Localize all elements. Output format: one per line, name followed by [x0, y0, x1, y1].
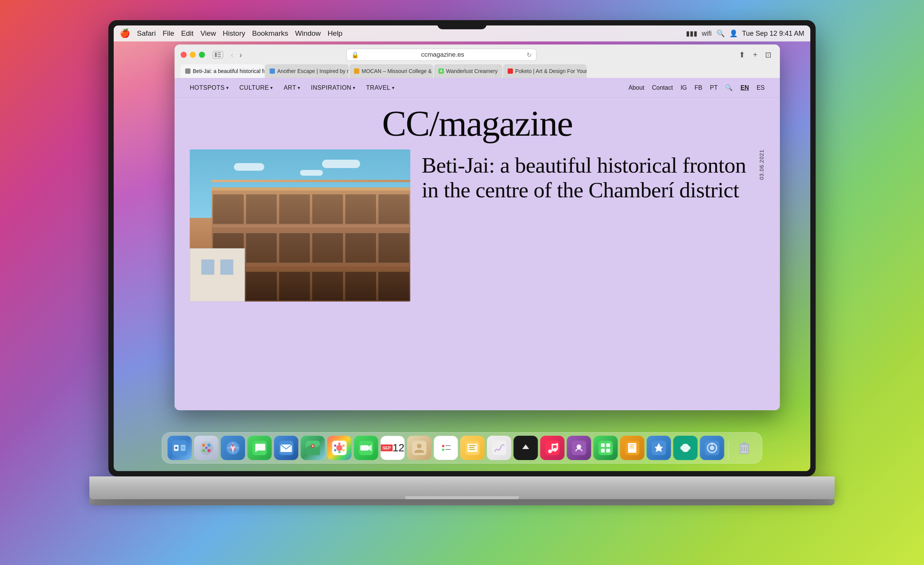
dock-messages[interactable]: [248, 436, 272, 460]
svg-rect-78: [743, 442, 746, 444]
svg-rect-47: [469, 445, 476, 446]
nav-art[interactable]: ART ▾: [284, 84, 300, 91]
nav-lang-es[interactable]: ES: [757, 84, 765, 91]
svg-point-7: [175, 447, 178, 449]
screen-bezel: 🍎 Safari File Edit View History Bookmark…: [108, 20, 816, 476]
dock-finder[interactable]: [168, 436, 192, 460]
nav-about[interactable]: About: [629, 84, 645, 91]
dock-facetime[interactable]: [354, 436, 378, 460]
forward-button[interactable]: ›: [237, 50, 244, 60]
site-title: CC/magazine: [382, 105, 573, 142]
dock-numbers[interactable]: [594, 436, 618, 460]
svg-rect-44: [446, 449, 451, 450]
dock-trash[interactable]: [732, 436, 757, 460]
new-tab-button[interactable]: +: [751, 50, 760, 60]
nav-lang-en[interactable]: EN: [740, 84, 749, 91]
svg-rect-68: [630, 446, 633, 447]
address-bar[interactable]: 🔒 ccmagazine.es ↻: [346, 49, 537, 61]
arch-3-2: [246, 271, 277, 301]
close-button[interactable]: [181, 52, 187, 58]
datetime: Tue Sep 12 9:41 AM: [742, 30, 804, 38]
nav-hotspots[interactable]: HOTSPOTS ▾: [190, 84, 229, 91]
nav-travel[interactable]: TRAVEL ▾: [366, 84, 395, 91]
tab-favicon-5: [508, 68, 513, 74]
nav-ig[interactable]: IG: [681, 84, 687, 91]
nav-culture[interactable]: CULTURE ▾: [240, 84, 273, 91]
tab-4[interactable]: 🍦 Wanderlust Creamery: [434, 64, 502, 78]
dock-screentime[interactable]: [700, 436, 724, 460]
nav-contact[interactable]: Contact: [652, 84, 673, 91]
arch-3-6: [378, 271, 410, 301]
dock-reminders[interactable]: [434, 436, 458, 460]
menu-history[interactable]: History: [223, 29, 245, 38]
dock-calendar[interactable]: SEP 12: [381, 436, 405, 460]
arch-1-2: [246, 194, 277, 224]
dock-pages[interactable]: [620, 436, 645, 460]
menu-edit[interactable]: Edit: [181, 29, 194, 38]
menu-window[interactable]: Window: [295, 29, 321, 38]
svg-point-14: [205, 447, 208, 449]
safari-toolbar: ‹ › 🔒 ccmagazine.es ↻ ⬆ +: [175, 44, 780, 64]
dock-music[interactable]: [540, 436, 565, 460]
safari-actions: ⬆ + ⊡: [737, 49, 774, 60]
window-2: [220, 259, 234, 275]
url-display[interactable]: ccmagazine.es: [362, 51, 524, 59]
svg-point-11: [208, 444, 211, 447]
dock-launchpad[interactable]: [194, 436, 219, 460]
wifi-icon: wifi: [702, 30, 712, 38]
share-button[interactable]: ⬆: [737, 49, 748, 60]
dock-contacts[interactable]: [407, 436, 432, 460]
menu-file[interactable]: File: [163, 29, 175, 38]
dock-appletv[interactable]: [514, 436, 538, 460]
tab-label-3: MOCAN – Missouri College & Career Attain…: [362, 68, 433, 74]
dock-chatgpt[interactable]: [673, 436, 698, 460]
dock-podcasts[interactable]: [567, 436, 591, 460]
dock-freeform[interactable]: [487, 436, 511, 460]
menu-bookmarks[interactable]: Bookmarks: [252, 29, 288, 38]
macbook-feet: [89, 499, 835, 505]
dock-notes[interactable]: [460, 436, 485, 460]
svg-rect-64: [606, 449, 610, 452]
svg-rect-57: [552, 444, 558, 445]
dock-mail[interactable]: [274, 436, 298, 460]
svg-point-12: [202, 449, 205, 452]
dock-photos[interactable]: [327, 436, 352, 460]
search-menubar-icon[interactable]: 🔍: [716, 29, 725, 38]
tab-3[interactable]: MOCAN – Missouri College & Career Attain…: [349, 64, 433, 78]
nav-inspiration[interactable]: INSPIRATION ▾: [311, 84, 356, 91]
minimize-button[interactable]: [190, 52, 196, 58]
dock-appstore[interactable]: [647, 436, 671, 460]
svg-rect-42: [446, 445, 451, 446]
reload-icon[interactable]: ↻: [527, 51, 532, 59]
back-button[interactable]: ‹: [229, 50, 236, 60]
tabs-button[interactable]: ⊡: [763, 49, 774, 60]
dock-maps[interactable]: [301, 436, 325, 460]
roof-line: [212, 180, 410, 182]
hero-content: Beti-Jai: a beautiful historical fronton…: [190, 149, 765, 302]
culture-chevron: ▾: [270, 85, 273, 90]
svg-point-74: [710, 446, 714, 450]
svg-point-13: [208, 449, 211, 452]
tab-5[interactable]: Poketo | Art & Design For Your Every Day: [503, 64, 587, 78]
arch-2-3: [279, 233, 310, 263]
apple-menu-icon[interactable]: 🍎: [120, 29, 130, 38]
svg-point-41: [442, 445, 445, 447]
svg-rect-60: [599, 441, 613, 455]
svg-point-28: [337, 445, 343, 451]
building-illustration: [190, 149, 410, 302]
menu-safari[interactable]: Safari: [137, 29, 156, 38]
nav-search-icon[interactable]: 🔍: [725, 84, 733, 91]
menu-help[interactable]: Help: [328, 29, 343, 38]
menu-view[interactable]: View: [200, 29, 216, 38]
tab-2[interactable]: Another Escape | Inspired by nature: [265, 64, 349, 78]
tab-1[interactable]: Beti-Jai: a beautiful historical fronton…: [181, 64, 264, 78]
svg-point-32: [338, 451, 341, 453]
dock-safari[interactable]: [221, 436, 245, 460]
svg-rect-40: [439, 441, 453, 455]
tab-label-1: Beti-Jai: a beautiful historical fronton…: [193, 68, 264, 74]
nav-pt[interactable]: PT: [710, 84, 718, 91]
sidebar-toggle-button[interactable]: [213, 51, 223, 59]
maximize-button[interactable]: [199, 52, 205, 58]
user-icon[interactable]: 👤: [729, 29, 738, 38]
nav-fb[interactable]: FB: [695, 84, 702, 91]
